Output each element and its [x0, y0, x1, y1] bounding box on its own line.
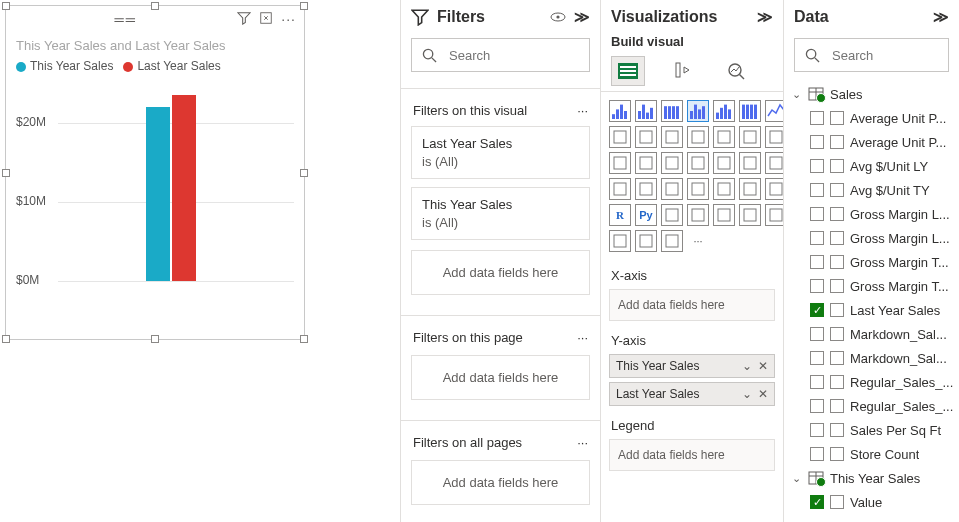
- viz-type-100-stacked-bar[interactable]: [661, 100, 683, 122]
- viz-type-stacked-column[interactable]: [713, 100, 735, 122]
- field-row[interactable]: Store Count: [788, 442, 955, 466]
- field-row[interactable]: Regular_Sales_...: [788, 394, 955, 418]
- field-row[interactable]: Gross Margin T...: [788, 274, 955, 298]
- legend-field-well[interactable]: Add data fields here: [609, 439, 775, 471]
- viz-type-narrative[interactable]: [739, 204, 761, 226]
- more-options-icon[interactable]: ···: [281, 11, 296, 27]
- viz-type-stacked-bar[interactable]: [609, 100, 631, 122]
- filter-drop-well[interactable]: Add data fields here: [411, 250, 590, 295]
- bar-last-year-sales[interactable]: [172, 95, 196, 281]
- field-checkbox[interactable]: [810, 375, 824, 389]
- field-checkbox[interactable]: [810, 399, 824, 413]
- field-checkbox[interactable]: [810, 255, 824, 269]
- viz-type-clustered-bar[interactable]: [635, 100, 657, 122]
- viz-type-py-visual[interactable]: Py: [635, 204, 657, 226]
- viz-type-card[interactable]: [635, 178, 657, 200]
- field-row[interactable]: Gross Margin L...: [788, 226, 955, 250]
- report-canvas[interactable]: ══ ··· This Year Sales and Last Year Sal…: [0, 0, 400, 522]
- field-checkbox[interactable]: [810, 183, 824, 197]
- viz-type-decomposition[interactable]: [687, 204, 709, 226]
- bar-this-year-sales[interactable]: [146, 107, 170, 281]
- field-checkbox[interactable]: [810, 423, 824, 437]
- viz-type-scatter[interactable]: [609, 152, 631, 174]
- field-checkbox[interactable]: ✓: [810, 495, 824, 509]
- viz-type-azure-map[interactable]: [765, 152, 783, 174]
- data-search[interactable]: [794, 38, 949, 72]
- viz-type-map[interactable]: [713, 152, 735, 174]
- remove-icon[interactable]: ✕: [758, 359, 768, 373]
- filters-search-input[interactable]: [447, 47, 619, 64]
- xaxis-field-well[interactable]: Add data fields here: [609, 289, 775, 321]
- viz-type-r-visual[interactable]: R: [609, 204, 631, 226]
- table-sales[interactable]: ⌄ Sales: [788, 82, 955, 106]
- viz-type-treemap[interactable]: [687, 152, 709, 174]
- more-options-icon[interactable]: ···: [577, 103, 588, 118]
- viz-type-more[interactable]: ···: [687, 230, 709, 252]
- chevron-down-icon[interactable]: ⌄: [742, 359, 752, 373]
- yaxis-field-chip[interactable]: Last Year Sales ⌄✕: [609, 382, 775, 406]
- table-this-year-sales[interactable]: ⌄ This Year Sales: [788, 466, 955, 490]
- viz-type-100-stacked-column[interactable]: [739, 100, 761, 122]
- filter-icon[interactable]: [237, 11, 251, 27]
- viz-type-waterfall[interactable]: [739, 126, 761, 148]
- filter-card[interactable]: This Year Sales is (All): [411, 187, 590, 240]
- viz-type-kpi[interactable]: [687, 178, 709, 200]
- field-row[interactable]: ✓ Value: [788, 490, 955, 514]
- field-checkbox[interactable]: ✓: [810, 303, 824, 317]
- field-checkbox[interactable]: [810, 327, 824, 341]
- chevron-down-icon[interactable]: ⌄: [742, 387, 752, 401]
- viz-type-powerapps[interactable]: [635, 230, 657, 252]
- viz-type-line[interactable]: [765, 100, 783, 122]
- viz-type-table[interactable]: [739, 178, 761, 200]
- field-row[interactable]: Markdown_Sal...: [788, 346, 955, 370]
- collapse-pane-icon[interactable]: ≫: [574, 8, 590, 26]
- field-row[interactable]: Sales Per Sq Ft: [788, 418, 955, 442]
- collapse-pane-icon[interactable]: ≫: [757, 8, 773, 26]
- remove-icon[interactable]: ✕: [758, 387, 768, 401]
- viz-type-pie[interactable]: [635, 152, 657, 174]
- data-search-input[interactable]: [830, 47, 959, 64]
- viz-type-matrix[interactable]: [765, 178, 783, 200]
- field-row[interactable]: Gross Margin T...: [788, 250, 955, 274]
- viz-type-gauge[interactable]: [609, 178, 631, 200]
- eye-icon[interactable]: [550, 9, 566, 25]
- viz-type-arcgis[interactable]: [609, 230, 631, 252]
- field-checkbox[interactable]: [810, 207, 824, 221]
- viz-type-clustered-column[interactable]: [687, 100, 709, 122]
- field-row[interactable]: Avg $/Unit LY: [788, 154, 955, 178]
- field-checkbox[interactable]: [810, 159, 824, 173]
- field-row[interactable]: Avg $/Unit TY: [788, 178, 955, 202]
- viz-type-multi-row-card[interactable]: [661, 178, 683, 200]
- field-checkbox[interactable]: [810, 231, 824, 245]
- viz-type-funnel[interactable]: [765, 126, 783, 148]
- more-options-icon[interactable]: ···: [577, 330, 588, 345]
- field-checkbox[interactable]: [810, 111, 824, 125]
- field-checkbox[interactable]: [810, 351, 824, 365]
- field-row[interactable]: ✓ Last Year Sales: [788, 298, 955, 322]
- field-row[interactable]: Regular_Sales_...: [788, 370, 955, 394]
- field-row[interactable]: Gross Margin L...: [788, 202, 955, 226]
- viz-type-line-clustered[interactable]: [661, 126, 683, 148]
- field-row[interactable]: Average Unit P...: [788, 106, 955, 130]
- field-checkbox[interactable]: [810, 447, 824, 461]
- viz-type-paginated[interactable]: [765, 204, 783, 226]
- viz-type-stacked-area[interactable]: [635, 126, 657, 148]
- field-row[interactable]: Markdown_Sal...: [788, 322, 955, 346]
- filters-search[interactable]: [411, 38, 590, 72]
- collapse-pane-icon[interactable]: ≫: [933, 8, 949, 26]
- filter-drop-well[interactable]: Add data fields here: [411, 460, 590, 505]
- viz-type-qa[interactable]: [713, 204, 735, 226]
- viz-type-powerautomate[interactable]: [661, 230, 683, 252]
- yaxis-field-chip[interactable]: This Year Sales ⌄✕: [609, 354, 775, 378]
- build-visual-tab[interactable]: [611, 56, 645, 86]
- field-checkbox[interactable]: [810, 279, 824, 293]
- viz-type-slicer[interactable]: [713, 178, 735, 200]
- drag-handle-icon[interactable]: ══: [14, 12, 237, 27]
- viz-type-key-influencers[interactable]: [661, 204, 683, 226]
- filter-card[interactable]: Last Year Sales is (All): [411, 126, 590, 179]
- viz-type-area[interactable]: [609, 126, 631, 148]
- more-options-icon[interactable]: ···: [577, 435, 588, 450]
- clustered-column-chart-visual[interactable]: ══ ··· This Year Sales and Last Year Sal…: [5, 5, 305, 340]
- viz-type-donut[interactable]: [661, 152, 683, 174]
- viz-type-line-stacked[interactable]: [687, 126, 709, 148]
